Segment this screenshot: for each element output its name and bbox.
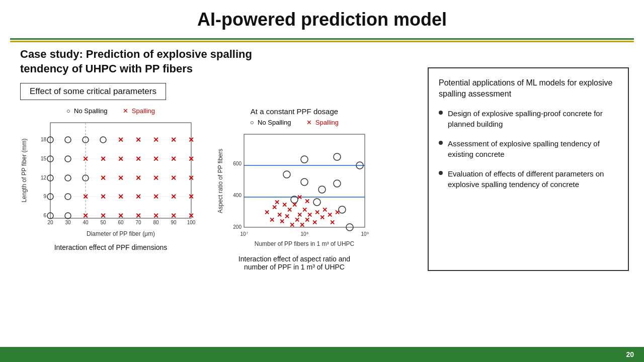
svg-text:✕: ✕ — [330, 219, 335, 226]
bullet-dot — [439, 111, 443, 115]
svg-text:✕: ✕ — [100, 174, 106, 182]
svg-point-79 — [283, 171, 290, 178]
svg-text:18: 18 — [41, 137, 47, 142]
svg-text:✕: ✕ — [83, 155, 89, 163]
svg-text:60: 60 — [118, 220, 124, 225]
svg-text:9: 9 — [43, 194, 46, 199]
header-line-green — [10, 38, 634, 40]
bullet-list: Design of explosive spalling-proof concr… — [439, 108, 618, 190]
svg-text:15: 15 — [41, 156, 47, 161]
svg-text:✕: ✕ — [188, 193, 194, 201]
svg-text:✕: ✕ — [153, 212, 159, 220]
chart1-y-label: Length of PP fiber (mm) — [21, 139, 28, 203]
svg-text:✕: ✕ — [302, 206, 307, 214]
right-panel-title: Potential applications of ML models for … — [439, 77, 618, 100]
svg-text:40: 40 — [83, 220, 89, 225]
svg-text:✕: ✕ — [153, 193, 159, 201]
svg-text:✕: ✕ — [135, 136, 141, 144]
svg-text:✕: ✕ — [264, 209, 270, 216]
svg-text:✕: ✕ — [135, 174, 141, 182]
svg-text:✕: ✕ — [274, 199, 280, 206]
svg-text:6: 6 — [43, 213, 46, 218]
svg-text:Number of PP fibers in 1 m³ of: Number of PP fibers in 1 m³ of UHPC — [255, 240, 355, 247]
svg-text:✕: ✕ — [135, 193, 141, 201]
svg-text:✕: ✕ — [171, 155, 177, 163]
svg-text:✕: ✕ — [297, 194, 302, 201]
svg-text:✕: ✕ — [284, 213, 290, 220]
svg-text:✕: ✕ — [118, 155, 124, 163]
svg-point-77 — [301, 156, 308, 163]
effect-box: Effect of some critical parameters — [20, 83, 166, 100]
svg-text:✕: ✕ — [135, 212, 141, 220]
svg-text:✕: ✕ — [135, 155, 141, 163]
svg-text:✕: ✕ — [327, 211, 333, 219]
svg-text:✕: ✕ — [100, 193, 106, 201]
svg-text:200: 200 — [233, 224, 242, 230]
svg-text:10⁷: 10⁷ — [240, 231, 248, 237]
svg-text:✕: ✕ — [153, 136, 159, 144]
svg-text:✕: ✕ — [153, 174, 159, 182]
svg-text:✕: ✕ — [171, 174, 177, 182]
svg-text:✕: ✕ — [188, 155, 194, 163]
svg-text:✕: ✕ — [312, 219, 317, 226]
svg-text:10⁹: 10⁹ — [361, 231, 368, 237]
svg-text:✕: ✕ — [319, 214, 325, 221]
chart1-svg: Length of PP fiber (mm) Diameter of PP f… — [20, 118, 201, 238]
svg-text:✕: ✕ — [282, 201, 287, 209]
svg-text:20: 20 — [47, 220, 53, 225]
chart2-legend-no-spalling: ○ No Spalling — [250, 119, 291, 126]
svg-point-81 — [318, 186, 326, 193]
footer: 20 — [0, 347, 644, 362]
svg-text:✕: ✕ — [307, 211, 312, 219]
svg-text:✕: ✕ — [100, 155, 106, 163]
svg-point-78 — [334, 153, 341, 160]
svg-point-80 — [301, 178, 308, 186]
svg-text:✕: ✕ — [304, 198, 310, 205]
svg-text:✕: ✕ — [83, 193, 89, 201]
svg-text:100: 100 — [187, 220, 196, 225]
svg-text:600: 600 — [233, 161, 242, 166]
bullet-dot — [439, 141, 443, 145]
svg-text:12: 12 — [41, 175, 47, 180]
chart1-legend-spalling: ✕ Spalling — [123, 107, 155, 115]
case-study-title: Case study: Prediction of explosive spal… — [20, 47, 418, 76]
page-number: 20 — [626, 350, 634, 358]
svg-text:✕: ✕ — [171, 212, 177, 220]
svg-text:50: 50 — [100, 220, 106, 225]
svg-text:✕: ✕ — [335, 209, 340, 216]
svg-text:✕: ✕ — [171, 136, 177, 144]
chart2-caption: Interaction effect of aspect ratio and n… — [238, 255, 350, 271]
page-title: AI-powered prediction model — [0, 9, 644, 30]
svg-point-85 — [313, 199, 320, 206]
svg-text:30: 30 — [65, 220, 71, 225]
svg-text:✕: ✕ — [292, 201, 297, 209]
chart1-x-label: Diameter of PP fiber (μm) — [87, 230, 155, 237]
svg-text:10⁸: 10⁸ — [300, 231, 308, 237]
chart1-legend-no-spalling: ○ No Spalling — [66, 107, 108, 115]
left-panel: Case study: Prediction of explosive spal… — [20, 47, 418, 271]
charts-row: ○ No Spalling ✕ Spalling Length of PP fi… — [20, 107, 418, 271]
chart2-legend-spalling: ✕ Spalling — [306, 119, 339, 126]
svg-text:✕: ✕ — [118, 174, 124, 182]
list-item: Design of explosive spalling-proof concr… — [439, 108, 618, 129]
chart2-svg: Aspect ratio of PP fibers Number of PP f… — [216, 129, 372, 250]
chart2-container: At a constant PPF dosage ○ No Spalling ✕… — [216, 107, 372, 271]
main-content: Case study: Prediction of explosive spal… — [0, 42, 644, 271]
svg-text:Aspect ratio of PP fibers: Aspect ratio of PP fibers — [217, 149, 224, 214]
svg-text:✕: ✕ — [118, 193, 124, 201]
svg-text:✕: ✕ — [83, 212, 89, 220]
svg-text:400: 400 — [233, 193, 242, 198]
svg-text:70: 70 — [135, 220, 141, 225]
svg-text:✕: ✕ — [171, 193, 177, 201]
chart1-caption: Interaction effect of PPF dimensions — [54, 243, 168, 251]
svg-text:✕: ✕ — [269, 216, 275, 224]
svg-text:✕: ✕ — [188, 174, 194, 182]
list-item: Assessment of explosive spalling tendenc… — [439, 138, 618, 159]
page-header: AI-powered prediction model — [0, 0, 644, 35]
chart2-title: At a constant PPF dosage — [251, 107, 338, 116]
svg-text:✕: ✕ — [188, 136, 194, 144]
svg-point-82 — [334, 180, 341, 187]
svg-text:✕: ✕ — [100, 212, 106, 220]
bullet-dot — [439, 171, 443, 175]
list-item: Evaluation of effects of different param… — [439, 168, 618, 190]
